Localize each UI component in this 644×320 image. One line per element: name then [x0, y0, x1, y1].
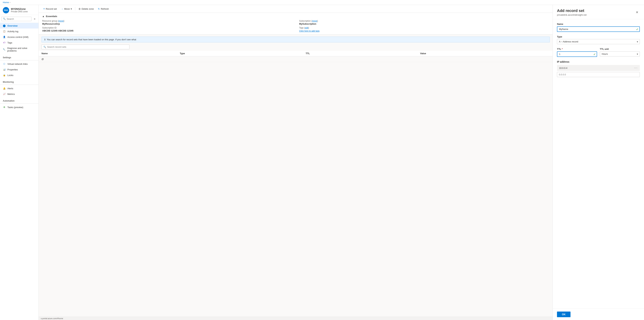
info-icon: ℹ	[44, 38, 45, 41]
info-bar: ℹ You can search for record sets that ha…	[42, 37, 550, 43]
tags-item: Tags (edit) Click here to add tags	[299, 27, 549, 32]
subscription-item: Subscription (move) MySubscription	[299, 20, 549, 25]
status-url: s.portal.azure.com/#home	[41, 317, 63, 319]
essentials-collapse-icon: ▲	[42, 15, 44, 18]
breadcrumb-separator: ›	[10, 1, 10, 4]
sidebar-item-label: Properties	[8, 68, 18, 71]
add-record-set-button[interactable]: + Record set	[42, 6, 58, 11]
content-area: ▲ Essentials Resource group (move) MyRes…	[39, 13, 552, 317]
table-cell-ttl	[303, 56, 417, 62]
name-input[interactable]	[557, 27, 640, 32]
alerts-icon: 🔔	[3, 87, 6, 90]
move-dropdown-icon: ▾	[71, 8, 72, 10]
name-form-group: Name ✓	[557, 23, 640, 32]
ttl-label-row: TTL * TTL unit	[557, 48, 640, 50]
records-search-box: 🔍	[42, 45, 130, 49]
add-icon: +	[43, 7, 45, 11]
sidebar-item-tags[interactable]: 🏷 Tags	[0, 40, 38, 46]
breadcrumb-home[interactable]: Home	[3, 1, 9, 4]
ip-more-options-button[interactable]: ···	[634, 66, 638, 70]
toolbar: + Record set → Move ▾ 🗑 Delete zone ↻ Re…	[39, 5, 552, 13]
subscription-id-item: Subscription ID ABCDE-12345-ABCDE-12345	[42, 27, 292, 32]
tags-label: Tags (edit)	[299, 27, 549, 29]
ttl-unit-select[interactable]: Seconds Minutes Hours Days	[600, 51, 640, 57]
sidebar-item-label: Diagnose and solve problems	[7, 47, 36, 52]
panel-subtitle: privatelink.azurehdinsight.net	[557, 14, 586, 16]
panel-header: Add record set privatelink.azurehdinsigh…	[553, 5, 644, 19]
sidebar-item-access-control[interactable]: 👤 Access control (IAM)	[0, 34, 38, 40]
ttl-row: ✓ Seconds Minutes Hours Days ▾	[557, 51, 640, 57]
type-form-group: Type A – Address record AAAA – IPv6 addr…	[557, 35, 640, 44]
tasks-icon: ⚙	[3, 106, 6, 109]
virtual-network-links-icon: ⬡	[3, 63, 6, 65]
refresh-label: Refresh	[101, 8, 109, 10]
ttl-input[interactable]	[557, 51, 597, 57]
sidebar: DNS MYDNSZone Private DNS zone 🔍 « ⬤ Ove…	[0, 5, 39, 320]
type-select[interactable]: A – Address record AAAA – IPv6 address r…	[557, 39, 640, 44]
panel-title: Add record set privatelink.azurehdinsigh…	[557, 9, 586, 16]
refresh-button[interactable]: ↻ Refresh	[96, 7, 110, 11]
sidebar-item-activity-log[interactable]: 📋 Activity log	[0, 29, 38, 34]
delete-icon: 🗑	[78, 8, 81, 10]
table-header-ttl: TTL	[303, 51, 417, 56]
table-row[interactable]: @	[39, 56, 552, 62]
table-cell-type	[177, 56, 303, 62]
settings-section-label: Settings	[0, 54, 38, 60]
tags-icon: 🏷	[3, 41, 6, 44]
resource-group-move-link[interactable]: move	[58, 20, 64, 22]
delete-zone-button[interactable]: 🗑 Delete zone	[77, 7, 96, 11]
ttl-unit-field: Seconds Minutes Hours Days ▾	[600, 51, 640, 57]
tags-edit-link[interactable]: edit	[305, 27, 308, 29]
ttl-unit-label: TTL unit	[600, 48, 640, 50]
sidebar-item-label: Virtual network links	[8, 63, 28, 65]
sidebar-collapse-button[interactable]: «	[32, 16, 37, 21]
monitoring-divider	[0, 85, 38, 85]
ok-button[interactable]: OK	[557, 311, 570, 317]
sidebar-item-metrics[interactable]: 📈 Metrics	[0, 91, 38, 97]
move-label: Move	[64, 8, 70, 10]
records-search-input[interactable]	[47, 46, 128, 48]
records-search-icon: 🔍	[44, 46, 46, 48]
sidebar-item-tasks-preview[interactable]: ⚙ Tasks (preview)	[0, 104, 38, 110]
sidebar-zone-subtitle: Private DNS zone	[11, 11, 28, 13]
move-button[interactable]: → Move ▾	[59, 7, 74, 11]
sidebar-item-label: Tasks (preview)	[8, 106, 23, 109]
ip-new-input[interactable]	[557, 72, 640, 77]
move-arrow-icon: →	[61, 8, 63, 10]
access-control-icon: 👤	[3, 36, 6, 38]
name-check-icon: ✓	[636, 28, 638, 31]
table-header-name: Name	[39, 51, 177, 56]
ttl-check-icon: ✓	[593, 53, 596, 56]
ttl-unit-select-wrapper: Seconds Minutes Hours Days ▾	[600, 51, 640, 57]
panel-close-button[interactable]: ✕	[634, 10, 640, 15]
ttl-form-group: TTL * TTL unit ✓	[557, 48, 640, 57]
table-header-value: Value	[418, 51, 552, 56]
sidebar-zone-title: MYDNSZone	[11, 8, 28, 11]
sidebar-item-virtual-network-links[interactable]: ⬡ Virtual network links	[0, 61, 38, 67]
sidebar-search-input[interactable]	[7, 18, 30, 20]
essentials-section: ▲ Essentials Resource group (move) MyRes…	[39, 13, 552, 35]
sidebar-item-properties[interactable]: 📊 Properties	[0, 67, 38, 72]
type-select-wrapper: A – Address record AAAA – IPv6 address r…	[557, 39, 640, 44]
toolbar-separator	[75, 7, 75, 11]
metrics-icon: 📈	[3, 93, 6, 95]
sidebar-item-locks[interactable]: 🔒 Locks	[0, 72, 38, 78]
ip-address-section: IP address 10.0.0.4 ···	[557, 60, 640, 77]
sidebar-item-overview[interactable]: ⬤ Overview	[0, 23, 38, 29]
resource-group-value: MyResourceGrp	[42, 23, 292, 25]
subscription-label: Subscription (move)	[299, 20, 549, 22]
sidebar-item-alerts[interactable]: 🔔 Alerts	[0, 86, 38, 91]
essentials-grid: Resource group (move) MyResourceGrp Subs…	[42, 20, 549, 32]
name-label: Name	[557, 23, 640, 25]
overview-icon: ⬤	[3, 24, 6, 27]
add-record-set-panel: Add record set privatelink.azurehdinsigh…	[552, 5, 644, 320]
essentials-header[interactable]: ▲ Essentials	[42, 15, 549, 18]
records-table: Name Type TTL Value @	[39, 51, 552, 62]
subscription-move-link[interactable]: move	[312, 20, 317, 22]
ip-existing-item: 10.0.0.4 ···	[557, 65, 640, 71]
tags-add-link[interactable]: Click here to add tags	[299, 30, 320, 32]
sidebar-item-diagnose[interactable]: 🔧 Diagnose and solve problems	[0, 46, 38, 54]
table-cell-value	[418, 56, 552, 62]
ttl-input-wrapper: ✓	[557, 51, 597, 57]
refresh-icon: ↻	[98, 8, 100, 10]
